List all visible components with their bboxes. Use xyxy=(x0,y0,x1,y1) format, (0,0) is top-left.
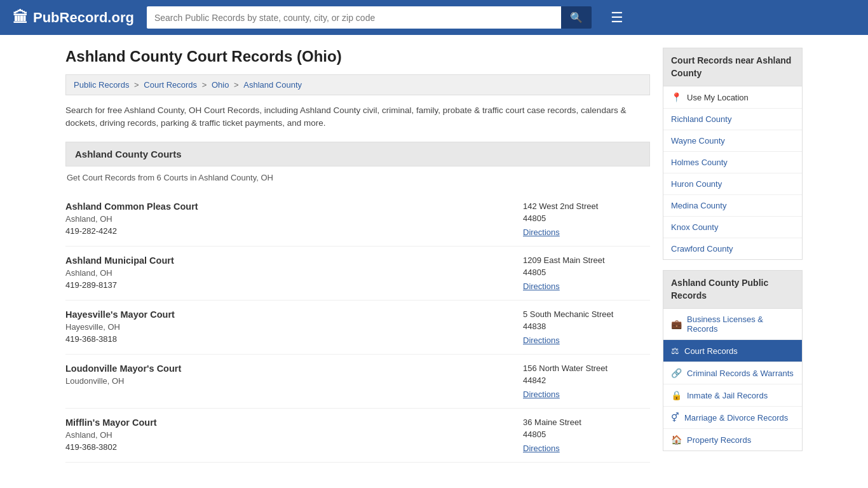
site-logo[interactable]: 🏛 PubRecord.org xyxy=(13,9,134,27)
breadcrumb: Public Records > Court Records > Ohio > … xyxy=(65,74,650,95)
sidebar-county-item[interactable]: Wayne County xyxy=(663,130,802,152)
court-city: Hayesville, OH xyxy=(65,322,523,332)
sidebar-record-link[interactable]: ⚥ Marriage & Divorce Records xyxy=(663,407,802,428)
sidebar-county-link[interactable]: Medina County xyxy=(663,195,802,216)
sidebar-record-item[interactable]: ⚥ Marriage & Divorce Records xyxy=(663,407,802,429)
record-icon: 💼 xyxy=(671,319,682,329)
court-city: Ashland, OH xyxy=(65,430,523,440)
sidebar-record-link[interactable]: 💼 Business Licenses & Records xyxy=(663,309,802,339)
court-name: Mifflin's Mayor Court xyxy=(65,417,523,428)
court-address: 36 Maine Street 44805 Directions xyxy=(523,417,650,453)
location-icon: 📍 xyxy=(671,92,682,102)
directions-link[interactable]: Directions xyxy=(523,390,560,399)
address-zip: 44842 xyxy=(523,376,650,385)
court-info: Ashland Municipal Court Ashland, OH 419-… xyxy=(65,255,523,291)
sidebar-county-link[interactable]: Knox County xyxy=(663,217,802,238)
sidebar-county-item[interactable]: Huron County xyxy=(663,173,802,195)
sidebar-record-item[interactable]: 💼 Business Licenses & Records xyxy=(663,309,802,340)
page-description: Search for free Ashland County, OH Court… xyxy=(65,104,650,130)
court-phone: 419-368-3818 xyxy=(65,334,523,344)
directions-link[interactable]: Directions xyxy=(523,336,560,345)
court-phone: 419-289-8137 xyxy=(65,280,523,290)
sidebar-county-link[interactable]: Huron County xyxy=(663,173,802,194)
court-name: Ashland Common Pleas Court xyxy=(65,201,523,212)
sidebar-county-item[interactable]: Crawford County xyxy=(663,238,802,259)
court-info: Mifflin's Mayor Court Ashland, OH 419-36… xyxy=(65,417,523,453)
court-info: Hayesville's Mayor Court Hayesville, OH … xyxy=(65,309,523,345)
sidebar-county-item[interactable]: Holmes County xyxy=(663,152,802,173)
breadcrumb-sep-1: > xyxy=(134,80,141,90)
court-entry: Hayesville's Mayor Court Hayesville, OH … xyxy=(65,301,650,355)
page-title: Ashland County Court Records (Ohio) xyxy=(65,48,650,65)
address-zip: 44838 xyxy=(523,322,650,331)
sidebar-record-link[interactable]: 🏠 Property Records xyxy=(663,429,802,451)
directions-link[interactable]: Directions xyxy=(523,444,560,453)
sidebar-county-link[interactable]: Richland County xyxy=(663,109,802,130)
court-entry: Ashland Common Pleas Court Ashland, OH 4… xyxy=(65,193,650,247)
breadcrumb-sep-3: > xyxy=(234,80,241,90)
court-address: 1209 East Main Street 44805 Directions xyxy=(523,255,650,291)
address-zip: 44805 xyxy=(523,214,650,223)
courts-list: Ashland Common Pleas Court Ashland, OH 4… xyxy=(65,193,650,463)
breadcrumb-court-records[interactable]: Court Records xyxy=(144,80,197,90)
search-icon: 🔍 xyxy=(570,12,583,23)
use-location-link[interactable]: 📍 Use My Location xyxy=(663,86,802,108)
courts-section-header: Ashland County Courts xyxy=(65,142,650,166)
nearby-section-title: Court Records near Ashland County xyxy=(663,48,803,86)
breadcrumb-ashland-county[interactable]: Ashland County xyxy=(243,80,302,90)
use-location-item[interactable]: 📍 Use My Location xyxy=(663,86,802,109)
content-area: Ashland County Court Records (Ohio) Publ… xyxy=(65,48,650,463)
directions-link[interactable]: Directions xyxy=(523,281,560,291)
court-info: Loudonville Mayor's Court Loudonville, O… xyxy=(65,363,523,399)
court-city: Ashland, OH xyxy=(65,214,523,224)
menu-icon: ☰ xyxy=(611,10,623,25)
court-name: Hayesville's Mayor Court xyxy=(65,309,523,320)
record-icon: 🔗 xyxy=(671,368,682,378)
sidebar-record-item[interactable]: 🏠 Property Records xyxy=(663,429,802,451)
court-name: Ashland Municipal Court xyxy=(65,255,523,266)
sidebar: Court Records near Ashland County 📍 Use … xyxy=(663,48,803,463)
public-records-section-title: Ashland County Public Records xyxy=(663,270,803,309)
address-street: 36 Maine Street xyxy=(523,417,650,427)
address-street: 142 West 2nd Street xyxy=(523,201,650,211)
court-entry: Loudonville Mayor's Court Loudonville, O… xyxy=(65,355,650,409)
sidebar-county-link[interactable]: Holmes County xyxy=(663,152,802,173)
breadcrumb-ohio[interactable]: Ohio xyxy=(212,80,229,90)
court-phone: 419-282-4242 xyxy=(65,226,523,236)
sidebar-county-link[interactable]: Wayne County xyxy=(663,130,802,151)
sidebar-county-item[interactable]: Medina County xyxy=(663,195,802,217)
logo-text: PubRecord.org xyxy=(33,10,134,26)
record-icon: 🔒 xyxy=(671,390,682,400)
record-label: Inmate & Jail Records xyxy=(687,391,768,400)
use-location-label: Use My Location xyxy=(687,93,749,102)
sidebar-record-item[interactable]: 🔗 Criminal Records & Warrants xyxy=(663,362,802,384)
sidebar-record-link[interactable]: 🔗 Criminal Records & Warrants xyxy=(663,362,802,384)
court-city: Ashland, OH xyxy=(65,268,523,278)
search-button[interactable]: 🔍 xyxy=(561,6,592,29)
sidebar-county-link[interactable]: Crawford County xyxy=(663,238,802,259)
sidebar-county-item[interactable]: Knox County xyxy=(663,217,802,238)
breadcrumb-sep-2: > xyxy=(202,80,209,90)
breadcrumb-public-records[interactable]: Public Records xyxy=(74,80,129,90)
search-area: 🔍 xyxy=(147,6,592,29)
court-address: 5 South Mechanic Street 44838 Directions xyxy=(523,309,650,345)
logo-icon: 🏛 xyxy=(13,9,28,27)
sidebar-county-item[interactable]: Richland County xyxy=(663,109,802,130)
directions-link[interactable]: Directions xyxy=(523,227,560,237)
hamburger-menu-button[interactable]: ☰ xyxy=(611,11,623,25)
search-input[interactable] xyxy=(147,6,561,29)
address-street: 5 South Mechanic Street xyxy=(523,309,650,319)
address-street: 156 North Water Street xyxy=(523,363,650,373)
sidebar-record-link[interactable]: ⚖ Court Records xyxy=(663,340,802,362)
record-icon: ⚖ xyxy=(671,346,679,356)
sidebar-record-link[interactable]: 🔒 Inmate & Jail Records xyxy=(663,384,802,406)
court-entry: Mifflin's Mayor Court Ashland, OH 419-36… xyxy=(65,409,650,463)
record-label: Marriage & Divorce Records xyxy=(684,413,788,423)
court-address: 142 West 2nd Street 44805 Directions xyxy=(523,201,650,237)
sidebar-record-item[interactable]: 🔒 Inmate & Jail Records xyxy=(663,384,802,407)
record-icon: ⚥ xyxy=(671,412,679,423)
court-city: Loudonville, OH xyxy=(65,376,523,386)
sidebar-record-item[interactable]: ⚖ Court Records xyxy=(663,340,802,362)
record-label: Property Records xyxy=(687,435,751,445)
record-label: Business Licenses & Records xyxy=(687,315,794,334)
